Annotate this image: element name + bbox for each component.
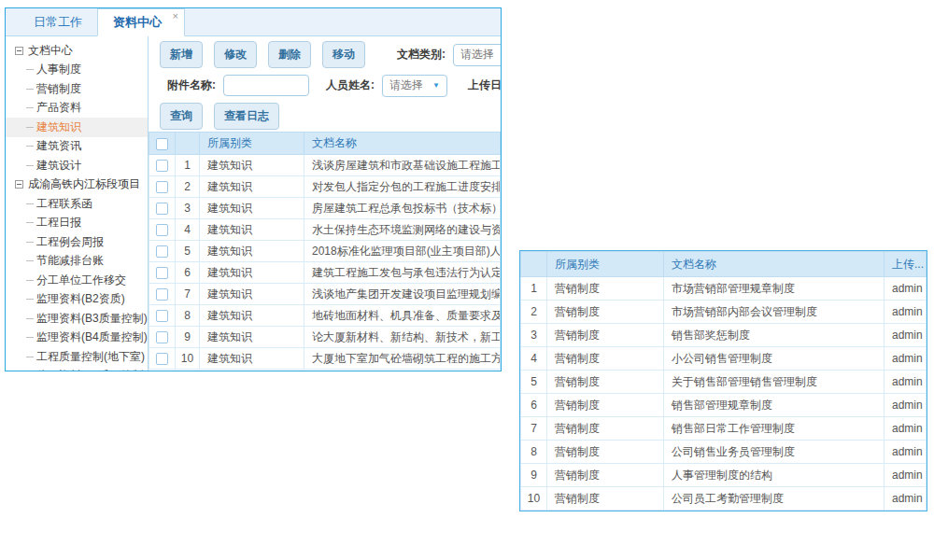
doc-category-value: 请选择 xyxy=(460,47,494,63)
row-checkbox[interactable] xyxy=(156,353,168,365)
row-checkbox[interactable] xyxy=(156,160,168,172)
close-icon[interactable]: × xyxy=(173,10,178,21)
table-row[interactable]: 9建筑知识论大厦新材料、新结构、新技术，新工... xyxy=(149,327,501,348)
tree-item-label: 监理资料(B5质量控制) xyxy=(36,368,148,371)
table-row[interactable]: 9营销制度人事管理制度的结构admin xyxy=(521,464,927,487)
table-row[interactable]: 8建筑知识地砖地面材料、机具准备、质量要求及... xyxy=(149,305,501,327)
tree-connector xyxy=(26,357,34,357)
add-button[interactable]: 新增 xyxy=(160,41,203,68)
tree-item-label: 监理资料(B4质量控制) xyxy=(36,329,148,345)
tree-item-label: 监理资料(B2资质) xyxy=(36,291,125,307)
table-row[interactable]: 10营销制度公司员工考勤管理制度admin xyxy=(521,487,927,511)
table-row[interactable]: 3建筑知识房屋建筑工程总承包投标书（技术标）... xyxy=(149,198,501,219)
attachment-name-input[interactable] xyxy=(223,75,309,96)
tree-item-hr-rules[interactable]: 人事制度 xyxy=(6,61,148,80)
table-row[interactable]: 7建筑知识浅谈地产集团开发建设项目监理规划编... xyxy=(149,284,501,305)
move-button[interactable]: 移动 xyxy=(322,41,365,68)
view-log-button[interactable]: 查看日志 xyxy=(214,103,279,130)
doc-category-label: 文档类别: xyxy=(397,47,446,63)
select-all-checkbox[interactable] xyxy=(156,138,168,150)
table-row[interactable]: 4建筑知识水土保持生态环境监测网络的建设与资... xyxy=(149,219,501,241)
tree-item-building-news[interactable]: 建筑资讯 xyxy=(6,137,148,157)
person-name-value: 请选择 xyxy=(389,77,423,93)
tree-item-quality-basement[interactable]: 工程质量控制(地下室) xyxy=(6,347,148,367)
tree-item-supervision-b3[interactable]: 监理资料(B3质量控制) xyxy=(6,309,148,329)
header-doc-name: 文档名称 xyxy=(664,252,884,277)
toolbar-row-1: 新增 修改 删除 移动 文档类别: 请选择 ▼ 文档 xyxy=(149,39,501,70)
tree-item-marketing-rules[interactable]: 营销制度 xyxy=(6,79,148,99)
query-button[interactable]: 查询 xyxy=(160,103,203,130)
table-row[interactable]: 6营销制度销售部管理规章制度admin xyxy=(521,394,927,417)
delete-button[interactable]: 删除 xyxy=(268,41,311,68)
table-row[interactable]: 5营销制度关于销售部管理销售管理制度admin xyxy=(521,371,927,394)
row-checkbox[interactable] xyxy=(156,203,168,215)
doc-category-select[interactable]: 请选择 ▼ xyxy=(453,44,501,66)
table-row[interactable]: 5建筑知识2018标准化监理项目部(业主项目部)人员... xyxy=(149,241,501,262)
table-row[interactable]: 8营销制度公司销售业务员管理制度admin xyxy=(521,441,927,464)
tree-root-document-center[interactable]: 文档中心 xyxy=(6,41,148,61)
tree-item-supervision-b2[interactable]: 监理资料(B2资质) xyxy=(6,290,148,310)
table-row[interactable]: 1营销制度市场营销部管理规章制度admin xyxy=(521,277,927,301)
row-checkbox[interactable] xyxy=(156,331,168,343)
tree-item-label: 营销制度 xyxy=(36,81,81,97)
row-checkbox[interactable] xyxy=(156,245,168,258)
tab-data-center[interactable]: 资料中心 × xyxy=(97,8,185,36)
tree-item-label: 建筑设计 xyxy=(36,158,81,174)
toolbar-row-3: 查询 查看日志 xyxy=(149,101,501,132)
tab-data-center-label: 资料中心 xyxy=(113,14,162,31)
tree-connector xyxy=(26,89,34,90)
tree-item-supervision-b4[interactable]: 监理资料(B4质量控制) xyxy=(6,329,148,348)
table-row[interactable]: 1建筑知识浅谈房屋建筑和市政基础设施工程施工... xyxy=(149,155,501,176)
tree-connector xyxy=(26,299,34,300)
attachment-name-label: 附件名称: xyxy=(167,77,216,93)
row-checkbox[interactable] xyxy=(156,310,168,322)
table-row[interactable]: 2建筑知识对发包人指定分包的工程施工进度安排... xyxy=(149,176,501,198)
tree-connector xyxy=(26,127,34,128)
tree-item-label: 分工单位工作移交 xyxy=(36,273,126,288)
tree-item-label: 工程日报 xyxy=(36,215,81,231)
document-table: 所属别类 文档名称 1建筑知识浅谈房屋建筑和市政基础设施工程施工... 2建筑知… xyxy=(149,132,501,370)
chevron-down-icon: ▼ xyxy=(432,81,440,90)
collapse-icon[interactable] xyxy=(15,47,23,55)
tree-connector xyxy=(26,242,34,243)
tree-item-building-design[interactable]: 建筑设计 xyxy=(6,156,148,175)
table-row[interactable]: 10建筑知识大厦地下室加气砼墙砌筑工程的施工方... xyxy=(149,348,501,370)
category-tree: 文档中心 人事制度 营销制度 产品资料 建筑知识 建筑资讯 建筑设计 成渝高铁内… xyxy=(6,36,149,371)
table-row[interactable]: 4营销制度小公司销售管理制度admin xyxy=(521,347,927,371)
table-row[interactable]: 6建筑知识建筑工程施工发包与承包违法行为认定... xyxy=(149,262,501,284)
row-checkbox[interactable] xyxy=(156,181,168,193)
table-row[interactable]: 2营销制度市场营销部内部会议管理制度admin xyxy=(521,301,927,324)
edit-button[interactable]: 修改 xyxy=(214,41,257,68)
tree-item-weekly-meeting[interactable]: 工程例会周报 xyxy=(6,232,148,252)
header-uploader: 上传... xyxy=(884,252,927,277)
tree-item-label: 产品资料 xyxy=(36,100,81,116)
header-category: 所属别类 xyxy=(547,252,664,277)
row-checkbox[interactable] xyxy=(156,267,168,279)
tree-item-clipped[interactable]: 监理资料(B5质量控制) xyxy=(6,367,148,371)
row-checkbox[interactable] xyxy=(156,288,168,301)
tree-root-label: 文档中心 xyxy=(28,43,73,59)
tab-bar: 日常工作 资料中心 × xyxy=(6,8,501,36)
person-name-label: 人员姓名: xyxy=(326,77,375,93)
tree-connector xyxy=(26,318,34,319)
table-row[interactable]: 7营销制度销售部日常工作管理制度admin xyxy=(521,417,927,441)
table-row[interactable]: 3营销制度销售部奖惩制度admin xyxy=(521,324,927,347)
tree-item-label: 工程质量控制(地下室) xyxy=(36,349,145,365)
tree-item-work-transfer[interactable]: 分工单位工作移交 xyxy=(6,271,148,290)
tree-item-building-knowledge[interactable]: 建筑知识 xyxy=(6,118,148,137)
tree-item-daily-report[interactable]: 工程日报 xyxy=(6,214,148,233)
person-name-select[interactable]: 请选择 ▼ xyxy=(382,75,447,97)
tree-connector xyxy=(26,222,34,223)
tree-connector xyxy=(26,69,34,70)
tree-connector xyxy=(26,165,34,166)
collapse-icon[interactable] xyxy=(15,180,23,189)
tree-root-railway-project[interactable]: 成渝高铁内江标段项目 xyxy=(6,175,148,195)
tree-item-product-data[interactable]: 产品资料 xyxy=(6,99,148,119)
row-checkbox[interactable] xyxy=(156,224,168,236)
window-body: 文档中心 人事制度 营销制度 产品资料 建筑知识 建筑资讯 建筑设计 成渝高铁内… xyxy=(6,36,501,371)
marketing-documents-table-panel: 所属别类 文档名称 上传... 1营销制度市场营销部管理规章制度admin 2营… xyxy=(519,250,927,511)
tree-item-energy-ledger[interactable]: 节能减排台账 xyxy=(6,252,148,272)
tree-connector xyxy=(26,337,34,338)
tree-item-project-letters[interactable]: 工程联系函 xyxy=(6,194,148,214)
tab-daily-work[interactable]: 日常工作 xyxy=(19,8,97,35)
